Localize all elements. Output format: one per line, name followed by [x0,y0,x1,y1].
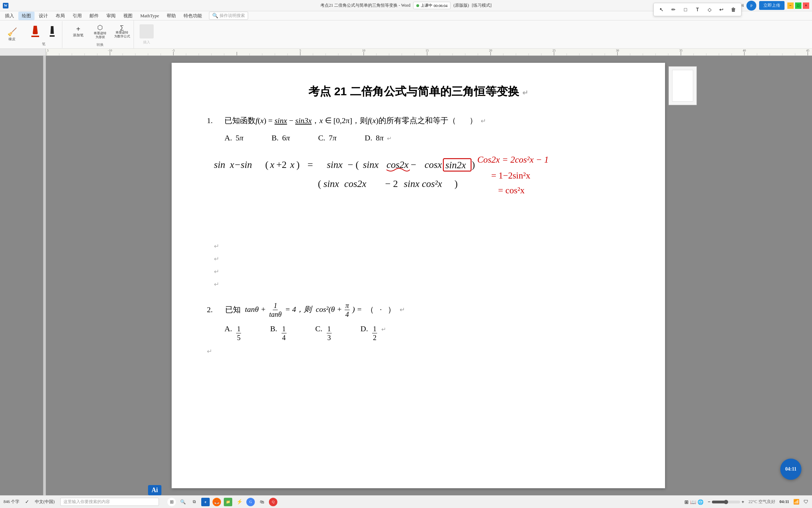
svg-text:45: 45 [806,49,810,52]
q2-option-b: B. 14 [270,324,287,342]
page-thumbnail [669,66,697,105]
q1-handwriting-svg: sin x−sin ( x +2 x ) = sinx − ( sinx cos… [214,148,630,240]
search-icon: 🔍 [212,13,218,19]
ruler: -15-10-5510152025303540455055 [0,49,812,56]
menu-insert[interactable]: 插入 [1,12,18,20]
svg-text:x: x [290,159,295,170]
svg-text:-10: -10 [108,49,112,52]
app1-icon[interactable]: ⚡ [235,498,244,506]
ann-shape-tool[interactable]: ◇ [705,5,714,14]
menu-help[interactable]: 帮助 [163,12,179,20]
ann-pen-tool[interactable]: ✏ [669,5,678,14]
menu-review[interactable]: 审阅 [103,12,119,20]
menu-mathtype[interactable]: MathType [137,12,162,20]
timer-value: 04:11 [785,466,796,472]
transform-tool-group: + 添加笔 ⬡ 将墨迹转为形状 ∑ 将墨迹转为数学公式 转换 [67,20,134,49]
svg-text:+2: +2 [276,159,287,170]
windows-icon[interactable]: ⊞ [167,498,176,506]
firefox-icon[interactable]: 🦊 [213,498,221,506]
search-taskbar-icon[interactable]: 🔍 [179,498,187,506]
ai-badge[interactable]: Ai [148,485,161,495]
ann-text-tool[interactable]: T [693,5,702,14]
svg-text:cos2x: cos2x [387,159,409,170]
q2-cos-formula: cos²(θ + π4 ) = [316,301,362,319]
q1-d-value: 8π [376,133,383,143]
status-right: ⊞ 📖 🌐 − + 22°C 空气良好 04:11 📶 🛡 [684,499,808,505]
svg-text:5: 5 [300,49,301,52]
zoom-out-btn[interactable]: − [708,499,710,504]
print-layout-btn[interactable]: ⊞ [684,499,689,505]
red-pen-button[interactable] [27,23,43,40]
left-margin [0,56,46,495]
content-area: 考点 21 二倍角公式与简单的三角恒等变换 ↵ 1. 已知函数f(x) = si… [0,56,812,495]
question-1-text: 1. 已知函数f(x) = sinx − sin3x，x ∈ [0,2π]，则f… [207,114,630,128]
page-container[interactable]: 考点 21 二倍角公式与简单的三角恒等变换 ↵ 1. 已知函数f(x) = si… [46,56,791,495]
ink-to-math-button[interactable]: ∑ 将墨迹转为数学公式 [112,22,131,41]
ann-undo-tool[interactable]: ↩ [716,5,726,14]
q2-a-letter: A. [224,324,232,333]
view-controls: ⊞ 📖 🌐 [684,499,703,505]
edge-icon[interactable]: e [201,498,210,506]
q1-c-value: 7π [329,133,337,143]
word-count: 846 个字 [4,499,19,505]
eraser-tool-group: 🧹 橡皮 [3,24,21,46]
store-icon[interactable]: 🛍 [258,498,266,506]
svg-text:30: 30 [616,49,620,52]
q2-option-c: C. 13 [315,324,332,342]
black-pen-button[interactable] [44,23,60,40]
q2-a-value: 15 [236,325,241,342]
svg-text:x: x [270,159,275,170]
close-button[interactable]: × [803,2,809,9]
question-2-block: 2. 已知 tanθ + 1tanθ = 4，则 cos²(θ + π4 ) =… [207,301,630,355]
insert-group-label: 插入 [143,40,150,45]
ribbon-toolbar: 🧹 橡皮 笔 + 添加笔 ⬡ 将墨迹转为形状 [0,20,812,49]
menu-design[interactable]: 设计 [35,12,51,20]
svg-text:= cos²x: = cos²x [498,185,525,195]
zoom-slider[interactable] [712,501,740,503]
read-mode-btn[interactable]: 📖 [690,499,696,505]
menu-mail[interactable]: 邮件 [86,12,102,20]
language: 中文(中国) [35,499,55,505]
operation-search[interactable]: 操作说明搜索 [220,13,245,19]
svg-text:= 1−2sin²x: = 1−2sin²x [491,170,530,180]
add-pen-button[interactable]: + 添加笔 [69,22,88,41]
eraser-button[interactable]: 🧹 橡皮 [4,25,20,44]
document-page: 考点 21 二倍角公式与简单的三角恒等变换 ↵ 1. 已知函数f(x) = si… [172,63,665,488]
menu-features[interactable]: 特色功能 [180,12,205,20]
ann-delete-tool[interactable]: 🗑 [728,5,738,14]
pen-group-label: 笔 [42,42,45,47]
qq-icon[interactable]: Q [269,498,277,506]
disabled-tool-group: 插入 [138,23,155,46]
svg-text:(: ( [318,178,321,189]
upload-button[interactable]: 立即上传 [759,1,785,10]
menu-draw[interactable]: 绘图 [18,12,35,20]
avatar: P [746,1,756,11]
return-mark-q2-opts: ↵ [381,326,386,333]
q2-formula: tanθ + 1tanθ = 4，则 [245,301,312,319]
ink-to-shape-button[interactable]: ⬡ 将墨迹转为形状 [91,22,110,41]
temperature: 22°C 空气良好 [749,499,775,505]
ann-rect-tool[interactable]: □ [681,5,690,14]
q2-c-value: 13 [327,325,332,342]
chrome-icon[interactable]: G [246,498,255,506]
zoom-in-btn[interactable]: + [742,499,744,504]
network-icon: 📶 [793,499,799,505]
menu-references[interactable]: 引用 [69,12,85,20]
svg-text:): ) [472,159,475,170]
web-layout-btn[interactable]: 🌐 [697,499,703,505]
q1-option-b: B. 6π [271,133,290,143]
q1-options: A. 5π B. 6π C. 7π D. 8π ↵ [224,133,630,143]
check-icon: ✓ [25,499,29,505]
ann-select-tool[interactable]: ↖ [657,5,666,14]
taskbar-search[interactable]: 这里输入你要搜索的内容 [60,498,159,506]
task-view-icon[interactable]: ⧉ [190,498,198,506]
svg-text:(: ( [265,159,269,170]
files-icon[interactable]: 📁 [224,498,232,506]
svg-text:10: 10 [362,49,366,52]
menu-view[interactable]: 视图 [120,12,136,20]
menu-layout[interactable]: 布局 [52,12,68,20]
minimize-button[interactable]: − [787,2,794,9]
adapt-label: [练习模式] [472,2,492,8]
q1-handwriting-area: sin x−sin ( x +2 x ) = sinx − ( sinx cos… [214,148,630,240]
maximize-button[interactable]: □ [795,2,801,9]
